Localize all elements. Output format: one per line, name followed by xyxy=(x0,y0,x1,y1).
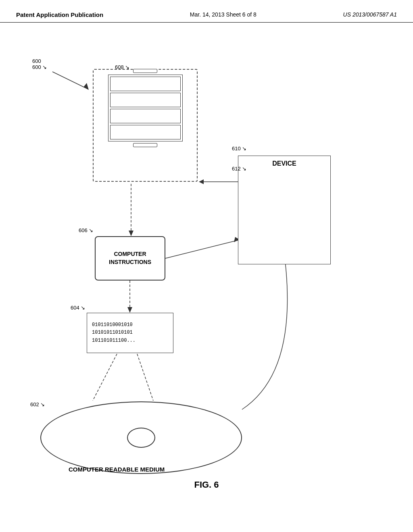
svg-marker-1 xyxy=(129,231,133,236)
publication-date-sheet: Mar. 14, 2013 Sheet 6 of 8 xyxy=(190,11,257,18)
ref-602-label: 602 ↘ xyxy=(30,401,45,407)
svg-line-8 xyxy=(93,354,117,401)
publication-title: Patent Application Publication xyxy=(16,11,103,18)
figure-label: FIG. 6 xyxy=(194,480,219,490)
svg-line-9 xyxy=(137,354,153,401)
binary-line-1: 01011010001010 xyxy=(92,321,168,329)
device-label: DEVICE xyxy=(238,156,330,170)
ref-604-label: 604 ↘ xyxy=(71,305,85,311)
optical-disc xyxy=(40,401,242,474)
computer-instructions-box: COMPUTERINSTRUCTIONS xyxy=(95,236,165,281)
ref-600-label: 600 ↘ xyxy=(32,64,47,70)
publication-number: US 2013/0067587 A1 xyxy=(343,11,397,18)
monitor-bottom xyxy=(133,143,157,147)
rack-row-3 xyxy=(110,109,181,123)
svg-line-32 xyxy=(52,72,88,89)
computer-instructions-text: COMPUTERINSTRUCTIONS xyxy=(109,250,151,266)
binary-line-3: 101101011100... xyxy=(92,337,168,345)
ref-606-label: 606 ↘ xyxy=(79,227,93,233)
rack-row-2 xyxy=(110,93,181,107)
device-box: DEVICE xyxy=(238,156,331,264)
rack-row-4 xyxy=(110,125,181,139)
ref-600: 600 xyxy=(32,58,41,64)
svg-marker-3 xyxy=(199,179,204,184)
rack-row-1 xyxy=(110,77,181,91)
server-visual xyxy=(103,69,188,147)
ref-610-label: 610 ↘ xyxy=(232,145,246,152)
binary-data-box: 01011010001010 10101011010101 1011010111… xyxy=(87,313,173,353)
server-rack xyxy=(108,75,183,141)
disc-label-text: COMPUTER READABLE MEDIUM xyxy=(69,466,165,473)
svg-marker-33 xyxy=(83,83,89,90)
ref-612-label: 612 ↘ xyxy=(232,166,246,172)
disc-hole xyxy=(127,428,155,448)
binary-line-2: 10101011010101 xyxy=(92,329,168,337)
svg-line-4 xyxy=(165,240,238,258)
diagram-area: 600 600 ↘ 608 ↘ DEVICE 610 ↘ 612 ↘ 606 ↘… xyxy=(0,23,413,514)
page-header: Patent Application Publication Mar. 14, … xyxy=(0,0,413,23)
monitor-top xyxy=(133,69,157,73)
svg-marker-7 xyxy=(127,307,132,313)
